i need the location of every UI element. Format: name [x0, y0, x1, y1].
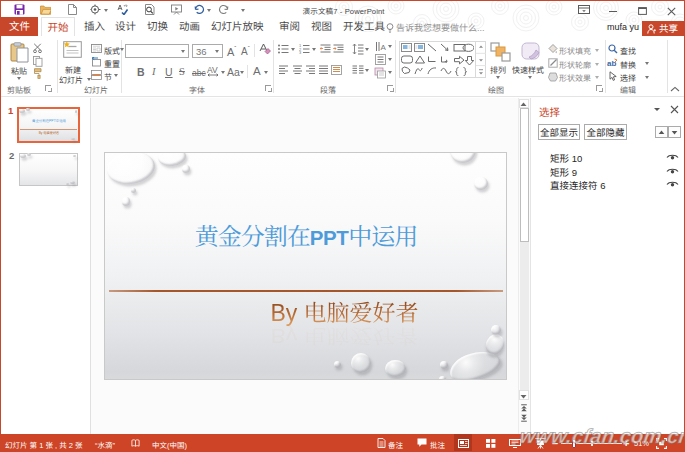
svg-text:ab: ab	[607, 59, 616, 68]
